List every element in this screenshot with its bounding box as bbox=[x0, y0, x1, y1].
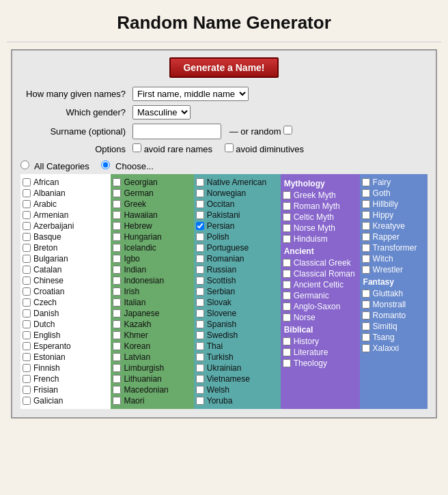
cat-checkbox[interactable] bbox=[362, 344, 370, 352]
cat-checkbox[interactable] bbox=[113, 386, 121, 394]
cat-checkbox[interactable] bbox=[362, 300, 370, 309]
cat-checkbox[interactable] bbox=[283, 270, 291, 278]
cat-checkbox[interactable] bbox=[283, 224, 291, 232]
gender-select[interactable]: Masculine Feminine Either bbox=[132, 105, 191, 119]
cat-checkbox[interactable] bbox=[23, 331, 31, 339]
cat-checkbox[interactable] bbox=[196, 277, 204, 285]
cat-checkbox[interactable] bbox=[362, 200, 370, 208]
cat-checkbox[interactable] bbox=[23, 200, 31, 208]
cat-checkbox[interactable] bbox=[283, 302, 291, 311]
cat-checkbox[interactable] bbox=[23, 211, 31, 219]
cat-checkbox[interactable] bbox=[283, 337, 291, 345]
cat-checkbox[interactable] bbox=[283, 259, 291, 267]
cat-checkbox[interactable] bbox=[23, 255, 31, 263]
avoid-dim-label[interactable]: avoid diminutives bbox=[225, 144, 304, 154]
cat-checkbox[interactable] bbox=[23, 397, 31, 405]
cat-checkbox[interactable] bbox=[23, 309, 31, 317]
cat-checkbox[interactable] bbox=[113, 233, 121, 241]
cat-checkbox[interactable] bbox=[23, 320, 31, 328]
cat-checkbox[interactable] bbox=[113, 266, 121, 274]
cat-checkbox[interactable] bbox=[113, 364, 121, 372]
random-surname-checkbox[interactable] bbox=[283, 126, 292, 135]
names-select[interactable]: First name only First name, middle name … bbox=[132, 87, 249, 101]
cat-checkbox[interactable] bbox=[113, 309, 121, 317]
cat-checkbox[interactable] bbox=[196, 178, 204, 186]
cat-checkbox[interactable] bbox=[113, 342, 121, 350]
cat-checkbox[interactable] bbox=[113, 255, 121, 263]
cat-checkbox[interactable] bbox=[196, 320, 204, 328]
cat-checkbox[interactable] bbox=[23, 189, 31, 197]
cat-checkbox[interactable] bbox=[113, 189, 121, 197]
cat-checkbox[interactable] bbox=[23, 287, 31, 296]
cat-checkbox[interactable] bbox=[362, 322, 370, 330]
cat-checkbox[interactable] bbox=[196, 375, 204, 383]
cat-checkbox[interactable] bbox=[196, 386, 204, 394]
cat-checkbox[interactable] bbox=[196, 200, 204, 208]
cat-checkbox[interactable] bbox=[362, 311, 370, 320]
avoid-dim-checkbox[interactable] bbox=[225, 143, 234, 152]
cat-checkbox[interactable] bbox=[362, 233, 370, 241]
cat-checkbox[interactable] bbox=[113, 331, 121, 339]
cat-checkbox[interactable] bbox=[362, 255, 370, 263]
all-categories-label[interactable]: All Categories bbox=[20, 161, 92, 171]
cat-checkbox[interactable] bbox=[113, 244, 121, 252]
cat-checkbox[interactable] bbox=[113, 375, 121, 383]
cat-checkbox[interactable] bbox=[196, 309, 204, 317]
cat-checkbox[interactable] bbox=[362, 333, 370, 341]
avoid-rare-label[interactable]: avoid rare names bbox=[132, 144, 215, 154]
cat-checkbox[interactable] bbox=[283, 359, 291, 367]
cat-checkbox[interactable] bbox=[283, 313, 291, 322]
cat-checkbox[interactable] bbox=[196, 397, 204, 405]
cat-checkbox[interactable] bbox=[196, 211, 204, 219]
cat-checkbox[interactable] bbox=[283, 191, 291, 199]
cat-checkbox[interactable] bbox=[113, 277, 121, 285]
cat-checkbox[interactable] bbox=[196, 364, 204, 372]
cat-checkbox[interactable] bbox=[23, 375, 31, 383]
cat-checkbox[interactable] bbox=[283, 348, 291, 356]
cat-checkbox[interactable] bbox=[196, 266, 204, 274]
choose-label[interactable]: Choose... bbox=[101, 161, 153, 171]
cat-checkbox[interactable] bbox=[362, 189, 370, 197]
cat-checkbox[interactable] bbox=[283, 213, 291, 221]
cat-checkbox[interactable] bbox=[362, 222, 370, 230]
cat-checkbox[interactable] bbox=[362, 266, 370, 274]
cat-checkbox[interactable] bbox=[23, 364, 31, 372]
cat-checkbox[interactable] bbox=[113, 178, 121, 186]
all-categories-radio[interactable] bbox=[20, 160, 29, 169]
cat-checkbox[interactable] bbox=[196, 342, 204, 350]
cat-checkbox[interactable] bbox=[113, 287, 121, 296]
cat-checkbox[interactable] bbox=[283, 281, 291, 289]
cat-checkbox[interactable] bbox=[23, 244, 31, 252]
cat-checkbox[interactable] bbox=[362, 178, 370, 186]
cat-checkbox[interactable] bbox=[196, 353, 204, 361]
cat-checkbox[interactable] bbox=[113, 320, 121, 328]
cat-checkbox[interactable] bbox=[113, 200, 121, 208]
cat-checkbox[interactable] bbox=[23, 298, 31, 307]
cat-checkbox[interactable] bbox=[113, 298, 121, 307]
cat-checkbox[interactable] bbox=[362, 289, 370, 298]
cat-checkbox[interactable] bbox=[196, 287, 204, 296]
cat-checkbox[interactable] bbox=[23, 277, 31, 285]
cat-checkbox[interactable] bbox=[362, 211, 370, 219]
cat-checkbox[interactable] bbox=[196, 255, 204, 263]
generate-button[interactable]: Generate a Name! bbox=[169, 57, 278, 78]
cat-checkbox[interactable] bbox=[23, 386, 31, 394]
cat-checkbox[interactable] bbox=[196, 189, 204, 197]
cat-checkbox[interactable] bbox=[283, 235, 291, 243]
cat-checkbox[interactable] bbox=[113, 222, 121, 230]
cat-checkbox[interactable] bbox=[196, 222, 204, 230]
choose-radio[interactable] bbox=[101, 160, 110, 169]
cat-checkbox[interactable] bbox=[23, 342, 31, 350]
cat-checkbox[interactable] bbox=[113, 397, 121, 405]
cat-checkbox[interactable] bbox=[196, 233, 204, 241]
cat-checkbox[interactable] bbox=[23, 233, 31, 241]
surname-input[interactable] bbox=[132, 124, 221, 139]
cat-checkbox[interactable] bbox=[23, 266, 31, 274]
cat-checkbox[interactable] bbox=[113, 353, 121, 361]
cat-checkbox[interactable] bbox=[283, 202, 291, 210]
cat-checkbox[interactable] bbox=[362, 244, 370, 252]
cat-checkbox[interactable] bbox=[23, 222, 31, 230]
cat-checkbox[interactable] bbox=[196, 331, 204, 339]
cat-checkbox[interactable] bbox=[283, 292, 291, 300]
cat-checkbox[interactable] bbox=[196, 244, 204, 252]
